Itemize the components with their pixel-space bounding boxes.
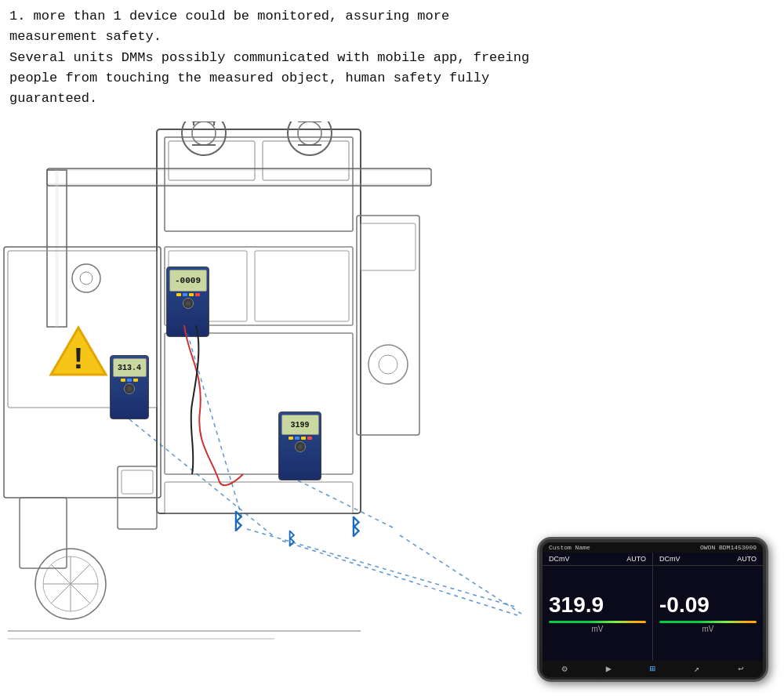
phone-right-label: OWON BDM1453009 [700, 544, 757, 551]
machine-illustration [0, 121, 510, 654]
phone-left-label: Custom Name [549, 544, 590, 551]
svg-rect-29 [165, 333, 353, 474]
svg-rect-38 [357, 216, 419, 435]
meter1-buttons [176, 293, 200, 296]
svg-rect-2 [169, 141, 255, 180]
svg-rect-14 [47, 169, 431, 186]
text-line-5: guaranteed. [9, 89, 529, 109]
phone-status-bar: Custom Name OWON BDM1453009 [543, 542, 763, 553]
phone-side-button [766, 578, 768, 606]
warning-sign: ! [47, 324, 110, 379]
phone-device: Custom Name OWON BDM1453009 DCmV AUTO D [537, 537, 768, 682]
meter3-btn2 [295, 437, 299, 440]
phone-values-row: 319.9 mV -0.09 mV [543, 566, 763, 661]
illustration-area: ! -0009 313.4 3199 [0, 121, 784, 694]
svg-rect-15 [47, 170, 431, 184]
description-text: 1. more than 1 device could be monitored… [0, 0, 539, 116]
phone-cell2-data: -0.09 mV [653, 566, 763, 661]
meter1-btn3 [189, 293, 194, 296]
svg-point-31 [72, 264, 100, 292]
svg-point-41 [379, 355, 397, 374]
meter3-btn1 [289, 437, 293, 440]
svg-rect-34 [122, 470, 153, 494]
svg-rect-30 [165, 482, 353, 513]
meter1-btn4 [195, 293, 200, 296]
phone-data-area: DCmV AUTO DCmV AUTO 319.9 [543, 553, 763, 661]
svg-point-4 [182, 121, 226, 155]
text-line-3: Several units DMMs possibly communicated… [9, 48, 529, 68]
machine-svg [0, 121, 510, 654]
svg-point-40 [368, 345, 408, 384]
text-line-2: measurement safety. [9, 27, 529, 47]
svg-point-32 [80, 272, 93, 285]
phone-cell1-data: 319.9 mV [543, 566, 653, 661]
meter3-btn3 [301, 437, 306, 440]
meter1-btn2 [183, 293, 187, 296]
multimeter-1: -0009 [166, 266, 209, 337]
meter3-btn4 [307, 437, 312, 440]
multimeter-2: 313.4 [110, 355, 149, 419]
meter3-dial [295, 441, 306, 452]
meter1-value: -0009 [175, 276, 201, 285]
svg-rect-39 [361, 223, 416, 270]
phone-nav-icon-4[interactable]: ↗ [694, 663, 699, 675]
phone-nav-icon-3[interactable]: ⊞ [650, 663, 655, 675]
phone-nav-icon-5[interactable]: ↩ [738, 663, 743, 675]
phone-cell2-mode: DCmV [659, 555, 681, 563]
phone-cell2-value: -0.09 [659, 593, 757, 618]
text-line-4: people from touching the measured object… [9, 68, 529, 89]
phone-cell2-unit: mV [659, 625, 757, 633]
phone-cell1-range: AUTO [626, 555, 646, 563]
meter1-btn1 [176, 293, 181, 296]
meter3-buttons [289, 437, 312, 440]
svg-rect-35 [20, 498, 67, 568]
meter2-btn2 [127, 379, 132, 382]
phone-cell2-range: AUTO [737, 555, 757, 563]
meter1-dial [183, 298, 194, 309]
svg-text:!: ! [70, 343, 88, 377]
phone-nav-icon-1[interactable]: ⚙ [561, 663, 567, 675]
phone-mode-row: DCmV AUTO DCmV AUTO [543, 553, 763, 566]
phone-cell1-unit: mV [549, 625, 646, 633]
meter2-screen: 313.4 [113, 358, 147, 377]
meter2-btn1 [121, 379, 125, 382]
svg-rect-3 [263, 141, 349, 180]
multimeter-3: 3199 [278, 411, 321, 480]
text-line-1: 1. more than 1 device could be monitored… [9, 6, 529, 27]
meter2-btn3 [133, 379, 138, 382]
phone-cell1-mode: DCmV [549, 555, 570, 563]
phone-nav-icon-2[interactable]: ▶ [606, 663, 612, 675]
svg-rect-28 [255, 251, 349, 321]
phone-cell1-header: DCmV AUTO [543, 553, 653, 565]
meter2-value: 313.4 [118, 364, 141, 372]
phone-cell1-value: 319.9 [549, 593, 646, 618]
meter3-value: 3199 [290, 421, 309, 430]
phone-cell2-header: DCmV AUTO [653, 553, 763, 565]
meter1-screen: -0009 [169, 270, 207, 292]
phone-screen: Custom Name OWON BDM1453009 DCmV AUTO D [543, 542, 763, 677]
meter2-dial [124, 383, 135, 394]
svg-point-10 [288, 121, 332, 155]
meter3-screen: 3199 [281, 415, 319, 435]
phone-bottom-bar: ⚙ ▶ ⊞ ↗ ↩ [543, 661, 763, 677]
meter2-buttons [121, 379, 138, 382]
svg-rect-17 [55, 170, 59, 327]
